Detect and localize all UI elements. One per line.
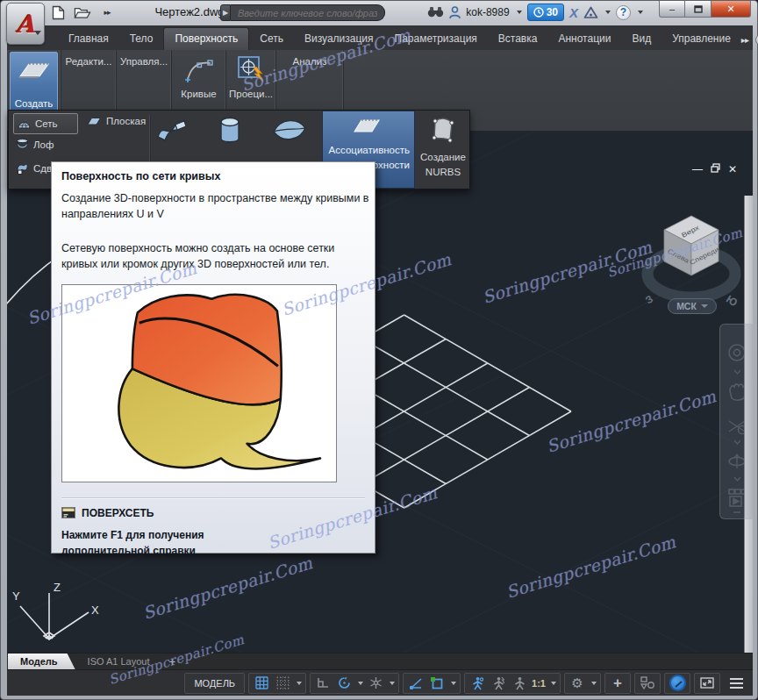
mesh-dome-icon xyxy=(18,118,31,129)
window-controls: – ✕ xyxy=(659,1,751,18)
isometric-drafting-button[interactable] xyxy=(365,674,386,693)
search-input[interactable] xyxy=(231,4,385,21)
curves-icon[interactable] xyxy=(172,55,225,85)
tabs-overflow-icon[interactable]: ▸▸ xyxy=(741,35,748,45)
blend-surface-icon[interactable] xyxy=(153,114,191,153)
user-menu-caret[interactable] xyxy=(517,11,522,14)
communication-center-icon[interactable] xyxy=(583,6,598,19)
model-space-button[interactable]: МОДЕЛЬ xyxy=(184,673,245,694)
tooltip-divider xyxy=(61,497,365,498)
grid-display-button[interactable] xyxy=(251,674,272,693)
tooltip-description: Создание 3D-поверхности в пространстве м… xyxy=(61,190,370,222)
communication-caret[interactable] xyxy=(605,11,611,14)
extend-surface-icon[interactable] xyxy=(212,114,247,153)
new-file-button[interactable] xyxy=(49,4,67,20)
scale-caret[interactable] xyxy=(547,674,558,693)
tab-poverkhnost[interactable]: Поверхность xyxy=(163,27,249,50)
help-button[interactable]: ? xyxy=(616,5,631,20)
title-bar[interactable]: A ▸▸ Чертеж2.dwg ▶ kok-8989 xyxy=(1,1,757,25)
object-snap-tracking-button[interactable] xyxy=(405,674,426,693)
nurbs-creation-button[interactable]: Создание NURBS xyxy=(416,111,470,189)
workspace-caret[interactable] xyxy=(588,674,598,693)
svg-text:Ю: Ю xyxy=(724,293,740,309)
search-binoculars-icon[interactable] xyxy=(427,6,444,18)
search-go-button[interactable]: ▶ xyxy=(220,4,231,21)
annotation-scale-icon[interactable] xyxy=(509,674,530,693)
osnap-caret[interactable] xyxy=(447,674,458,693)
doc-restore-button[interactable] xyxy=(711,163,720,175)
annotation-scale-value[interactable]: 1:1 xyxy=(532,678,546,689)
polar-caret[interactable] xyxy=(354,674,365,693)
loft-button[interactable]: Лоф xyxy=(16,139,54,150)
annotation-autoscale-button[interactable] xyxy=(488,674,509,693)
tab-set[interactable]: Сеть xyxy=(249,28,294,50)
polar-tracking-button[interactable] xyxy=(333,674,354,693)
exchange-apps-icon[interactable]: X xyxy=(569,5,578,20)
tooltip-preview-image xyxy=(61,284,337,482)
snap-settings-caret[interactable] xyxy=(293,674,304,693)
new-layout-button[interactable]: + xyxy=(162,654,183,669)
wcs-caret-icon xyxy=(701,304,708,308)
isolate-objects-button[interactable] xyxy=(637,674,658,693)
tooltip-hint: Нажмите F1 для получения дополнительной … xyxy=(61,527,268,559)
qat-more-button[interactable]: ▸▸ xyxy=(98,4,116,20)
help-search: ▶ xyxy=(220,4,385,21)
customization-menu-button[interactable] xyxy=(726,674,747,693)
tab-model[interactable]: Модель xyxy=(8,654,75,669)
tab-glavnaya[interactable]: Главная xyxy=(58,28,119,50)
tooltip-title: Поверхность по сети кривых xyxy=(61,170,365,182)
tab-upravlenie[interactable]: Управление xyxy=(661,28,741,50)
network-surface-button[interactable]: Сеть xyxy=(13,113,78,134)
help-caret[interactable] xyxy=(638,11,643,14)
graphics-performance-button[interactable] xyxy=(667,674,688,693)
doc-close-button[interactable]: ✕ xyxy=(728,163,737,175)
application-menu-button[interactable]: A xyxy=(6,3,45,45)
layout-tab-bar: Модель ISO A1 Layout + xyxy=(7,653,753,669)
tab-vstavka[interactable]: Вставка xyxy=(488,28,548,50)
maximize-button[interactable] xyxy=(685,1,712,18)
infocenter: kok-8989 30 X ? xyxy=(427,4,643,21)
tab-vizualizatsiya[interactable]: Визуализация xyxy=(294,28,384,50)
isodraft-caret[interactable] xyxy=(386,674,397,693)
command-icon xyxy=(61,507,75,518)
extended-tooltip: Поверхность по сети кривых Создание 3D-п… xyxy=(51,161,375,554)
svg-text:Y: Y xyxy=(12,589,20,603)
doc-minimize-button[interactable]: — xyxy=(692,163,703,175)
planar-surface-flyout-button[interactable]: Плоская xyxy=(86,116,146,126)
ortho-mode-button[interactable] xyxy=(312,674,333,693)
annotation-visibility-button[interactable] xyxy=(467,674,488,693)
object-snap-button[interactable] xyxy=(426,674,447,693)
project-geometry-icon[interactable] xyxy=(226,55,275,83)
close-button[interactable]: ✕ xyxy=(712,1,751,18)
nurbs-icon xyxy=(428,115,458,146)
tray-plus-button[interactable]: + xyxy=(607,674,628,693)
tab-vid[interactable]: Вид xyxy=(621,28,661,50)
client-area: Главная Тело Поверхность Сеть Визуализац… xyxy=(7,25,753,696)
patch-surface-icon[interactable] xyxy=(270,114,309,153)
user-icon xyxy=(449,6,461,19)
svg-text:X: X xyxy=(91,604,99,617)
associativity-icon xyxy=(352,117,382,134)
tab-annotatsii[interactable]: Аннотации xyxy=(547,28,621,50)
sweep-icon xyxy=(16,162,29,175)
tab-telo[interactable]: Тело xyxy=(119,28,164,50)
svg-text:Z: Z xyxy=(54,581,61,594)
signed-in-user[interactable]: kok-8989 xyxy=(466,6,509,18)
navigation-bar[interactable] xyxy=(719,324,753,519)
ribbon-tab-row: Главная Тело Поверхность Сеть Визуализац… xyxy=(7,25,753,50)
workspace-gear-icon[interactable]: ⚙ xyxy=(567,674,588,693)
tab-parametrizatsiya[interactable]: Параметризация xyxy=(384,28,488,50)
snap-mode-button[interactable] xyxy=(272,674,293,693)
tab-iso-a1-layout[interactable]: ISO A1 Layout xyxy=(75,654,162,669)
viewcube: З Ю Верх Слева Спереди xyxy=(643,216,740,309)
trial-days-badge[interactable]: 30 xyxy=(527,4,564,21)
ucs-icon xyxy=(20,593,89,639)
wcs-dropdown-button[interactable]: МСК xyxy=(668,298,717,314)
clean-screen-button[interactable] xyxy=(697,674,718,693)
planar-icon xyxy=(86,116,102,126)
clock-icon xyxy=(533,7,544,18)
minimize-button[interactable]: – xyxy=(659,1,685,18)
planar-surface-icon xyxy=(18,60,51,79)
open-file-button[interactable] xyxy=(74,4,91,20)
chevron-down-icon xyxy=(34,31,41,35)
